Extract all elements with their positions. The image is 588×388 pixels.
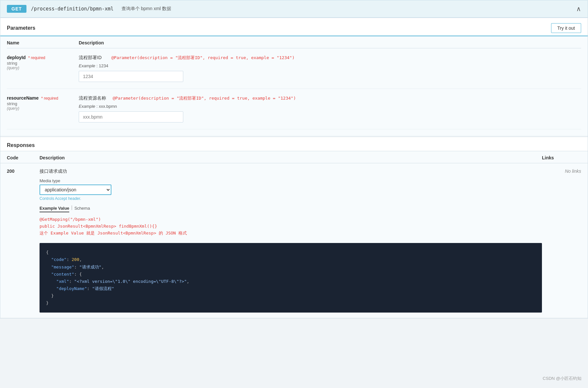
- param-name-resourcename: resourceName * required: [7, 95, 58, 101]
- param-required-deployid: * required: [28, 56, 45, 60]
- try-it-out-button[interactable]: Try it out: [551, 23, 581, 33]
- example-value-tabs: Example Value | Schema: [40, 205, 542, 212]
- responses-table-header: Code Description Links: [0, 151, 588, 163]
- col-links-header: Links: [542, 155, 581, 160]
- api-path: /process-definition/bpmn-xml: [31, 6, 114, 12]
- col-desc-header: Description: [79, 40, 581, 45]
- params-table-header: Name Description: [7, 36, 581, 48]
- code-line-4: "content": {: [46, 272, 82, 277]
- api-header: GET /process-definition/bpmn-xml 查询单个 bp…: [0, 0, 588, 18]
- code-line-7: }: [46, 293, 54, 298]
- responses-section: Responses Code Description Links 200 接口请…: [0, 136, 588, 318]
- param-desc-col-resourcename: 流程资源名称 @Parameter(description = "流程部署ID"…: [79, 95, 581, 122]
- code-line-8: }: [46, 300, 49, 305]
- param-desc-text-resourcename: 流程资源名称: [79, 95, 106, 101]
- param-row-resourcename: resourceName * required string (query) 流…: [7, 89, 581, 129]
- param-name-deployid: deployId * required: [7, 55, 45, 60]
- example-label-deployid: Example: [79, 63, 95, 68]
- api-header-left: GET /process-definition/bpmn-xml 查询单个 bp…: [7, 5, 171, 13]
- param-row-deployid: deployId * required string (query) 流程部署I…: [7, 48, 581, 89]
- media-type-select[interactable]: application/json: [40, 185, 111, 195]
- response-links-200: No links: [542, 169, 581, 174]
- annotation-line3: 这个 Example Value 就是 JsonResult<BpmnXmlRe…: [40, 230, 542, 237]
- col-desc-header: Description: [40, 155, 542, 160]
- param-location-deployid: (query): [7, 66, 72, 70]
- response-code-200: 200: [7, 169, 40, 174]
- api-description: 查询单个 bpmn xml 数据: [122, 6, 171, 12]
- example-label-resourcename: Example: [79, 104, 95, 109]
- responses-header: Responses: [0, 137, 588, 151]
- annotation-block: @GetMapping("/bpmn-xml") public JsonResu…: [40, 216, 542, 236]
- col-name-header: Name: [7, 40, 79, 45]
- code-line-6: "deployName": "请假流程": [46, 286, 114, 291]
- main-container: GET /process-definition/bpmn-xml 查询单个 bp…: [0, 0, 588, 318]
- param-desc-col-deployid: 流程部署ID @Parameter(description = "流程部署ID"…: [79, 55, 581, 82]
- media-type-wrapper: Media type application/json Controls Acc…: [40, 178, 542, 201]
- tab-divider: |: [71, 205, 73, 212]
- parameters-title: Parameters: [7, 25, 35, 31]
- code-line-2: "code": 200,: [46, 257, 82, 262]
- code-line-1: {: [46, 250, 49, 255]
- controls-accept-text: Controls Accept header.: [40, 196, 542, 201]
- code-block-200: { "code": 200, "message": "请求成功", "conte…: [40, 243, 542, 313]
- parameters-table: Name Description deployId * required str…: [0, 36, 588, 136]
- param-annotation-resourcename: @Parameter(description = "流程部署ID", requi…: [113, 95, 296, 101]
- response-desc-col-200: 接口请求成功 Media type application/json Contr…: [40, 169, 542, 313]
- annotation-line1: @GetMapping("/bpmn-xml"): [40, 216, 542, 223]
- response-desc-200: 接口请求成功: [40, 169, 542, 174]
- schema-tab[interactable]: Schema: [74, 205, 90, 212]
- param-name-col-resourcename: resourceName * required string (query): [7, 95, 79, 111]
- responses-title: Responses: [7, 142, 35, 148]
- method-badge: GET: [7, 5, 26, 13]
- param-type-deployid: string: [7, 61, 72, 66]
- param-type-resourcename: string: [7, 101, 72, 106]
- param-desc-row-deployid: 流程部署ID @Parameter(description = "流程部署ID"…: [79, 55, 581, 61]
- param-annotation-deployid: @Parameter(description = "流程部署ID", requi…: [111, 55, 295, 61]
- code-line-3: "message": "请求成功",: [46, 265, 104, 269]
- param-desc-text-deployid: 流程部署ID: [79, 55, 105, 61]
- code-line-5: "xml": "<?xml version=\"1.0\" encoding=\…: [46, 279, 189, 284]
- param-name-col-deployid: deployId * required string (query): [7, 55, 79, 70]
- parameters-section-header: Parameters Try it out: [0, 18, 588, 36]
- params-spacer: [7, 129, 581, 136]
- annotation-line2: public JsonResult<BpmnXmlResp> findBpmnX…: [40, 223, 542, 230]
- param-example-resourcename: Example : xxx.bpmn: [79, 104, 581, 109]
- media-type-label: Media type: [40, 178, 542, 183]
- col-code-header: Code: [7, 155, 40, 160]
- param-required-resourcename: * required: [41, 96, 58, 101]
- example-value-tab[interactable]: Example Value: [40, 205, 69, 212]
- response-row-200: 200 接口请求成功 Media type application/json C…: [0, 163, 588, 318]
- param-input-resourcename[interactable]: [79, 111, 183, 122]
- param-example-deployid: Example : 1234: [79, 63, 581, 68]
- param-desc-row-resourcename: 流程资源名称 @Parameter(description = "流程部署ID"…: [79, 95, 581, 101]
- example-val-deployid: 1234: [99, 63, 108, 68]
- param-input-deployid[interactable]: [79, 71, 183, 82]
- collapse-icon[interactable]: ∧: [576, 5, 581, 13]
- main-panel: Parameters Try it out Name Description d…: [0, 18, 588, 318]
- param-location-resourcename: (query): [7, 106, 72, 111]
- example-val-resourcename: xxx.bpmn: [99, 104, 117, 109]
